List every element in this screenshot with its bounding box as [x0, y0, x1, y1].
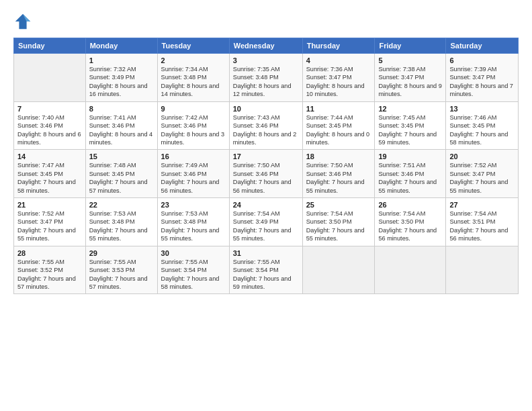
day-cell: 2Sunrise: 7:34 AMSunset: 3:48 PMDaylight…	[157, 54, 229, 102]
day-cell: 12Sunrise: 7:45 AMSunset: 3:45 PMDayligh…	[375, 101, 446, 150]
day-number: 2	[161, 56, 226, 64]
day-number: 25	[306, 201, 371, 209]
week-row-0: 1Sunrise: 7:32 AMSunset: 3:49 PMDaylight…	[14, 54, 519, 102]
day-cell: 1Sunrise: 7:32 AMSunset: 3:49 PMDaylight…	[85, 54, 157, 102]
day-number: 3	[233, 56, 299, 64]
day-cell: 21Sunrise: 7:52 AMSunset: 3:47 PMDayligh…	[14, 198, 86, 246]
day-cell: 27Sunrise: 7:54 AMSunset: 3:51 PMDayligh…	[446, 198, 519, 246]
weekday-monday: Monday	[85, 38, 157, 54]
day-info: Sunrise: 7:39 AMSunset: 3:47 PMDaylight:…	[449, 65, 515, 99]
day-cell: 20Sunrise: 7:52 AMSunset: 3:47 PMDayligh…	[446, 150, 519, 198]
weekday-saturday: Saturday	[446, 38, 519, 54]
day-cell: 26Sunrise: 7:54 AMSunset: 3:50 PMDayligh…	[375, 198, 446, 246]
week-row-1: 7Sunrise: 7:40 AMSunset: 3:46 PMDaylight…	[14, 101, 519, 150]
day-cell: 28Sunrise: 7:55 AMSunset: 3:52 PMDayligh…	[14, 246, 86, 294]
day-cell: 10Sunrise: 7:43 AMSunset: 3:46 PMDayligh…	[229, 101, 302, 150]
day-info: Sunrise: 7:41 AMSunset: 3:46 PMDaylight:…	[89, 113, 154, 147]
day-info: Sunrise: 7:54 AMSunset: 3:50 PMDaylight:…	[306, 210, 371, 243]
day-number: 5	[378, 56, 442, 64]
day-info: Sunrise: 7:52 AMSunset: 3:47 PMDaylight:…	[17, 210, 82, 243]
day-info: Sunrise: 7:34 AMSunset: 3:48 PMDaylight:…	[161, 65, 226, 99]
day-cell: 4Sunrise: 7:36 AMSunset: 3:47 PMDaylight…	[302, 54, 375, 102]
day-cell: 24Sunrise: 7:54 AMSunset: 3:49 PMDayligh…	[229, 198, 302, 246]
day-cell: 30Sunrise: 7:55 AMSunset: 3:54 PMDayligh…	[157, 246, 229, 294]
day-number: 17	[233, 152, 299, 161]
day-info: Sunrise: 7:49 AMSunset: 3:46 PMDaylight:…	[161, 161, 226, 195]
day-number: 19	[378, 152, 442, 161]
day-cell	[302, 246, 375, 294]
day-info: Sunrise: 7:36 AMSunset: 3:47 PMDaylight:…	[306, 65, 371, 99]
day-cell: 3Sunrise: 7:35 AMSunset: 3:48 PMDaylight…	[229, 54, 302, 102]
day-cell: 13Sunrise: 7:46 AMSunset: 3:45 PMDayligh…	[446, 101, 519, 150]
day-info: Sunrise: 7:54 AMSunset: 3:51 PMDaylight:…	[449, 210, 515, 243]
day-info: Sunrise: 7:50 AMSunset: 3:46 PMDaylight:…	[306, 161, 371, 195]
day-cell: 14Sunrise: 7:47 AMSunset: 3:45 PMDayligh…	[14, 150, 86, 198]
calendar-page: SundayMondayTuesdayWednesdayThursdayFrid…	[0, 0, 532, 411]
day-number: 11	[306, 105, 371, 113]
day-number: 26	[378, 201, 442, 209]
day-number: 1	[89, 56, 154, 64]
week-row-2: 14Sunrise: 7:47 AMSunset: 3:45 PMDayligh…	[14, 150, 519, 198]
day-number: 22	[89, 201, 154, 209]
day-cell: 29Sunrise: 7:55 AMSunset: 3:53 PMDayligh…	[85, 246, 157, 294]
day-info: Sunrise: 7:55 AMSunset: 3:52 PMDaylight:…	[17, 258, 82, 291]
day-cell: 16Sunrise: 7:49 AMSunset: 3:46 PMDayligh…	[157, 150, 229, 198]
week-row-4: 28Sunrise: 7:55 AMSunset: 3:52 PMDayligh…	[14, 246, 519, 294]
header	[13, 12, 519, 31]
day-cell: 31Sunrise: 7:55 AMSunset: 3:54 PMDayligh…	[229, 246, 302, 294]
day-cell	[14, 54, 86, 102]
day-cell: 8Sunrise: 7:41 AMSunset: 3:46 PMDaylight…	[85, 101, 157, 150]
day-info: Sunrise: 7:38 AMSunset: 3:47 PMDaylight:…	[378, 65, 442, 99]
day-number: 20	[449, 152, 515, 161]
day-number: 31	[233, 249, 299, 257]
calendar-table: SundayMondayTuesdayWednesdayThursdayFrid…	[13, 38, 519, 294]
day-cell: 7Sunrise: 7:40 AMSunset: 3:46 PMDaylight…	[14, 101, 86, 150]
day-number: 13	[449, 105, 515, 113]
day-number: 23	[161, 201, 226, 209]
day-info: Sunrise: 7:55 AMSunset: 3:54 PMDaylight:…	[161, 258, 226, 291]
day-number: 24	[233, 201, 299, 209]
day-info: Sunrise: 7:55 AMSunset: 3:53 PMDaylight:…	[89, 258, 154, 291]
day-info: Sunrise: 7:47 AMSunset: 3:45 PMDaylight:…	[17, 161, 82, 195]
day-cell: 22Sunrise: 7:53 AMSunset: 3:48 PMDayligh…	[85, 198, 157, 246]
day-info: Sunrise: 7:42 AMSunset: 3:46 PMDaylight:…	[161, 113, 226, 147]
day-number: 29	[89, 249, 154, 257]
logo-icon	[13, 12, 32, 31]
day-number: 6	[449, 56, 515, 64]
day-number: 18	[306, 152, 371, 161]
day-info: Sunrise: 7:51 AMSunset: 3:46 PMDaylight:…	[378, 161, 442, 195]
day-info: Sunrise: 7:43 AMSunset: 3:46 PMDaylight:…	[233, 113, 299, 147]
day-info: Sunrise: 7:35 AMSunset: 3:48 PMDaylight:…	[233, 65, 299, 99]
day-cell: 11Sunrise: 7:44 AMSunset: 3:45 PMDayligh…	[302, 101, 375, 150]
day-number: 16	[161, 152, 226, 161]
day-info: Sunrise: 7:55 AMSunset: 3:54 PMDaylight:…	[233, 258, 299, 291]
day-cell: 18Sunrise: 7:50 AMSunset: 3:46 PMDayligh…	[302, 150, 375, 198]
day-cell: 15Sunrise: 7:48 AMSunset: 3:45 PMDayligh…	[85, 150, 157, 198]
day-info: Sunrise: 7:53 AMSunset: 3:48 PMDaylight:…	[161, 210, 226, 243]
weekday-sunday: Sunday	[14, 38, 86, 54]
week-row-3: 21Sunrise: 7:52 AMSunset: 3:47 PMDayligh…	[14, 198, 519, 246]
day-cell	[446, 246, 519, 294]
day-cell: 19Sunrise: 7:51 AMSunset: 3:46 PMDayligh…	[375, 150, 446, 198]
weekday-tuesday: Tuesday	[157, 38, 229, 54]
day-cell: 17Sunrise: 7:50 AMSunset: 3:46 PMDayligh…	[229, 150, 302, 198]
weekday-friday: Friday	[375, 38, 446, 54]
day-info: Sunrise: 7:54 AMSunset: 3:50 PMDaylight:…	[378, 210, 442, 243]
day-info: Sunrise: 7:50 AMSunset: 3:46 PMDaylight:…	[233, 161, 299, 195]
day-number: 30	[161, 249, 226, 257]
day-info: Sunrise: 7:44 AMSunset: 3:45 PMDaylight:…	[306, 113, 371, 147]
day-number: 8	[89, 105, 154, 113]
day-info: Sunrise: 7:45 AMSunset: 3:45 PMDaylight:…	[378, 113, 442, 147]
day-cell: 5Sunrise: 7:38 AMSunset: 3:47 PMDaylight…	[375, 54, 446, 102]
day-cell: 25Sunrise: 7:54 AMSunset: 3:50 PMDayligh…	[302, 198, 375, 246]
day-number: 7	[17, 105, 82, 113]
day-info: Sunrise: 7:40 AMSunset: 3:46 PMDaylight:…	[17, 113, 82, 147]
day-number: 28	[17, 249, 82, 257]
day-number: 21	[17, 201, 82, 209]
day-number: 27	[449, 201, 515, 209]
day-number: 4	[306, 56, 371, 64]
day-info: Sunrise: 7:46 AMSunset: 3:45 PMDaylight:…	[449, 113, 515, 147]
day-number: 9	[161, 105, 226, 113]
day-number: 12	[378, 105, 442, 113]
weekday-wednesday: Wednesday	[229, 38, 302, 54]
